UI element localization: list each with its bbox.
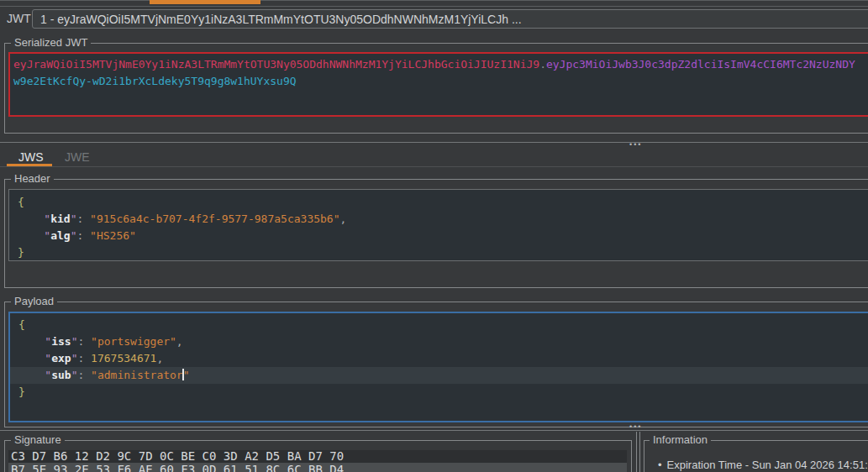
header-json-editor[interactable]: { "kid": "915c6a4c-b707-4f2f-9577-987a5c… bbox=[8, 189, 868, 261]
expiration-info-text: Expiration Time - Sun Jan 04 2026 14:51:… bbox=[667, 459, 868, 471]
payload-json-open: { bbox=[15, 317, 867, 333]
jwt-separator-dot: . bbox=[539, 58, 546, 71]
bottom-section-divider bbox=[0, 430, 868, 431]
tab-jwe[interactable]: JWE bbox=[65, 150, 90, 164]
jwt-editor-screen: JWT 1 - eyJraWQiOiI5MTVjNmE0Yy1iNzA3LTRm… bbox=[0, 0, 868, 472]
jwt-header-segment: eyJraWQiOiI5MTVjNmE0Yy1iNzA3LTRmMmYtOTU3… bbox=[13, 58, 539, 71]
information-group-label: Information bbox=[650, 434, 711, 446]
signature-group-label: Signature bbox=[11, 434, 65, 446]
jwt-selector-value: 1 - eyJraWQiOiI5MTVjNmE0Yy1iNzA3LTRmMmYt… bbox=[40, 13, 522, 26]
serialized-jwt-group-label: Serialized JWT bbox=[11, 37, 91, 49]
tabstrip-divider bbox=[0, 6, 868, 7]
tab-jws-label: JWS bbox=[18, 150, 44, 164]
serialized-jwt-line-1: eyJraWQiOiI5MTVjNmE0Yy1iNzA3LTRmMmYtOTU3… bbox=[10, 56, 868, 73]
payload-json-editor[interactable]: { "iss": "portswigger", "exp": 176753467… bbox=[8, 312, 868, 422]
header-json-close: } bbox=[14, 244, 868, 261]
payload-group-label: Payload bbox=[11, 296, 57, 307]
signature-hex-row[interactable]: C3 D7 B6 12 D2 9C 7D 0C BE C0 3D A2 D5 B… bbox=[8, 450, 627, 463]
payload-json-close: } bbox=[15, 384, 867, 401]
payload-json-exp-line: "exp": 1767534671, bbox=[15, 350, 867, 367]
vertical-splitter-line[interactable] bbox=[636, 432, 637, 472]
signature-hex-viewer[interactable]: C3 D7 B6 12 D2 9C 7D 0C BE C0 3D A2 D5 B… bbox=[8, 450, 627, 472]
header-group-label: Header bbox=[11, 173, 54, 185]
header-json-open: { bbox=[14, 194, 868, 211]
bullet-icon: • bbox=[658, 459, 662, 471]
serialized-jwt-line-2: w9e2EtKcfQy-wD2i1brXcLdeky5T9q9g8w1hUYxs… bbox=[10, 73, 868, 90]
jwt-label: JWT bbox=[7, 12, 31, 25]
active-tab-indicator bbox=[150, 0, 260, 4]
tabrow-divider bbox=[0, 166, 868, 167]
expiration-info-item: •Expiration Time - Sun Jan 04 2026 14:51… bbox=[658, 459, 868, 471]
tab-jwe-label: JWE bbox=[65, 150, 90, 164]
jwt-payload-segment: eyJpc3MiOiJwb3J0c3dpZ2dlciIsImV4cCI6MTc2… bbox=[546, 58, 855, 71]
payload-json-sub-line: "sub": "administrator" bbox=[10, 367, 868, 384]
jwt-selector[interactable]: 1 - eyJraWQiOiI5MTVjNmE0Yy1iNzA3LTRmMmYt… bbox=[32, 9, 868, 29]
vertical-splitter-line[interactable] bbox=[639, 432, 640, 472]
section-divider bbox=[0, 142, 868, 143]
horizontal-splitter-handle[interactable]: ••• bbox=[629, 141, 642, 149]
header-json-kid-line: "kid": "915c6a4c-b707-4f2f-9577-987a5ca3… bbox=[14, 211, 868, 228]
jwt-signature-segment: w9e2EtKcfQy-wD2i1brXcLdeky5T9q9g8w1hUYxs… bbox=[13, 75, 297, 87]
payload-json-iss-line: "iss": "portswigger", bbox=[15, 333, 867, 350]
tab-jws[interactable]: JWS bbox=[18, 150, 44, 164]
top-divider bbox=[0, 0, 868, 1]
signature-hex-row[interactable]: B7 5E 93 2E 53 F6 AE 60 F3 0D 61 51 8C 6… bbox=[8, 463, 627, 472]
serialized-jwt-textarea[interactable]: eyJraWQiOiI5MTVjNmE0Yy1iNzA3LTRmMmYtOTU3… bbox=[8, 52, 868, 117]
header-json-alg-line: "alg": "HS256" bbox=[14, 228, 868, 244]
